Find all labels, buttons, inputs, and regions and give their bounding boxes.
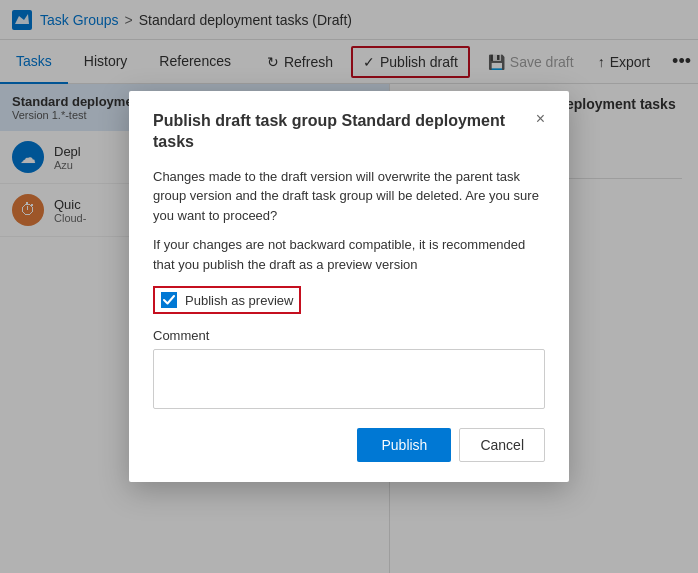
modal-close-button[interactable]: ×: [536, 111, 545, 127]
publish-button[interactable]: Publish: [357, 428, 451, 462]
modal-body: Changes made to the draft version will o…: [153, 167, 545, 275]
publish-modal: Publish draft task group Standard deploy…: [129, 91, 569, 482]
modal-footer: Publish Cancel: [153, 428, 545, 462]
cancel-button[interactable]: Cancel: [459, 428, 545, 462]
modal-overlay: Publish draft task group Standard deploy…: [0, 0, 698, 573]
publish-as-preview-label: Publish as preview: [185, 293, 293, 308]
modal-title: Publish draft task group Standard deploy…: [153, 111, 536, 153]
modal-header: Publish draft task group Standard deploy…: [153, 111, 545, 153]
publish-as-preview-checkbox[interactable]: [161, 292, 177, 308]
modal-body-text2: If your changes are not backward compati…: [153, 235, 545, 274]
comment-label: Comment: [153, 328, 545, 343]
modal-body-text1: Changes made to the draft version will o…: [153, 167, 545, 226]
publish-as-preview-row[interactable]: Publish as preview: [153, 286, 301, 314]
comment-textarea[interactable]: [153, 349, 545, 409]
